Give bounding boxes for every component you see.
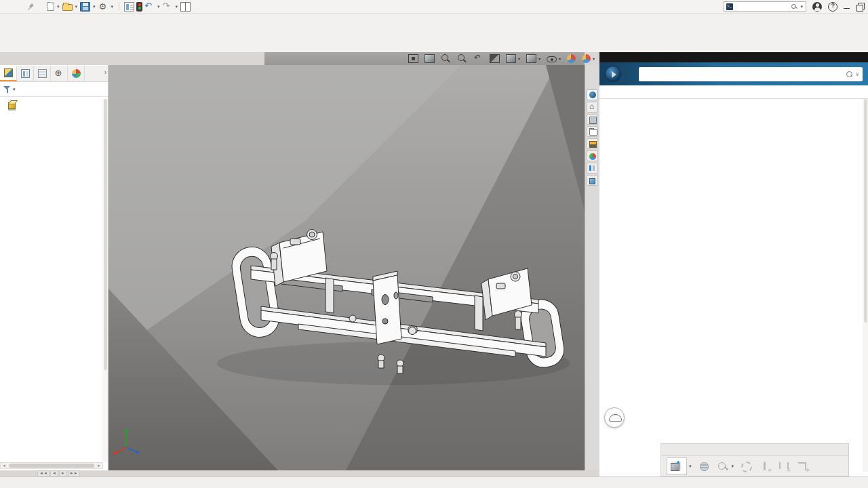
component-table	[599, 99, 863, 472]
previous-view-icon[interactable]	[473, 54, 484, 63]
solidworks-window: ▾ ▾ ▾ ▾ ▾ ▾ ▾	[0, 0, 868, 488]
list-view-icon[interactable]	[587, 163, 598, 174]
lifecycle-actions: ▾ ▾	[660, 455, 849, 476]
quick-access-toolbar: ▾ ▾ ▾ ▾ ▾ ▾	[47, 2, 191, 12]
property-manager-icon	[21, 69, 30, 78]
filter-funnel-icon[interactable]	[3, 85, 11, 93]
options-gear-icon[interactable]	[98, 2, 108, 12]
3d-model-view	[108, 65, 585, 470]
feature-tree-root[interactable]	[0, 99, 102, 109]
prev-tab-icon[interactable]: ◄	[50, 470, 58, 476]
redo-icon[interactable]	[163, 2, 173, 12]
edit-appearance-icon[interactable]	[567, 54, 576, 63]
scroll-left-icon[interactable]: ◄	[1, 464, 7, 468]
command-manager-ribbon	[0, 14, 868, 52]
assistant-helmet-button[interactable]	[604, 407, 625, 428]
view-orientation-icon[interactable]	[506, 54, 516, 63]
status-bar	[0, 476, 868, 488]
3dexperience-side-toolbar	[585, 65, 599, 470]
workbench-icon[interactable]	[587, 138, 598, 149]
appearances-icon	[72, 69, 81, 78]
open-icon[interactable]	[62, 4, 73, 11]
panel-search-input[interactable]: ∨	[639, 67, 863, 81]
dimxpert-icon	[55, 69, 64, 78]
tree-filter-bar: ▾	[0, 82, 108, 97]
first-tab-icon[interactable]: ◄◄	[37, 470, 50, 476]
refresh-icon[interactable]	[741, 461, 753, 472]
document-view-tabs: ◄◄ ◄ ► ►►	[0, 470, 599, 476]
save-with-options-icon[interactable]	[667, 458, 687, 475]
3dexperience-panel-header	[599, 52, 868, 62]
share-component-icon[interactable]	[587, 175, 598, 186]
display-style-icon[interactable]	[526, 54, 536, 63]
panel-search-chevron-icon[interactable]: ∨	[855, 71, 859, 77]
add-revision-icon[interactable]	[760, 461, 772, 472]
scroll-right-icon[interactable]: ►	[96, 464, 102, 468]
rebuild-traffic-light-icon[interactable]	[136, 2, 142, 12]
hide-show-items-icon[interactable]	[547, 56, 557, 62]
mysession-bar: ∨	[599, 62, 868, 85]
heads-up-view-toolbar: ▾ ▾ ▾ ▾ ▾	[264, 52, 585, 65]
folder-icon[interactable]	[587, 126, 598, 137]
tab-appearances[interactable]	[68, 66, 85, 81]
zoom-window-icon[interactable]	[457, 54, 467, 63]
tab-property-manager[interactable]	[17, 66, 34, 81]
lifecycle-tabs	[660, 443, 849, 455]
split-window-icon[interactable]	[180, 2, 191, 12]
file-properties-icon[interactable]	[124, 2, 134, 12]
configurations-icon	[38, 69, 47, 78]
new-document-icon[interactable]	[47, 2, 54, 11]
scrollbar-thumb[interactable]	[9, 464, 94, 468]
next-tab-icon[interactable]: ►	[59, 470, 67, 476]
titlebar-right: ▾	[724, 1, 864, 12]
new-branch-icon[interactable]	[778, 461, 791, 472]
home-icon[interactable]	[587, 102, 598, 113]
tab-dimxpert[interactable]	[51, 66, 68, 81]
orientation-triad	[111, 426, 142, 455]
3dexperience-panel: ∨ ▾ ▾	[599, 62, 868, 476]
tree-horizontal-scrollbar[interactable]: ◄ ►	[0, 462, 103, 469]
help-icon[interactable]	[828, 2, 837, 12]
panel-search-icon[interactable]	[846, 71, 852, 77]
magnifier-icon[interactable]	[441, 54, 451, 63]
lifecycle-toolbar: ▾ ▾	[660, 443, 849, 476]
tree-vertical-scrollbar[interactable]	[102, 99, 108, 462]
tab-navigation-buttons: ◄◄ ◄ ► ►►	[37, 470, 80, 476]
graphics-viewport[interactable]	[108, 65, 585, 470]
last-tab-icon[interactable]: ►►	[68, 470, 80, 476]
explore-icon[interactable]	[717, 461, 730, 472]
zoom-to-fit-icon[interactable]	[408, 54, 418, 63]
assembly-tree-icon	[4, 68, 13, 77]
section-view-icon[interactable]	[490, 54, 500, 63]
3dexperience-compass-icon[interactable]	[605, 66, 621, 82]
zoom-to-area-icon[interactable]	[425, 54, 435, 63]
save-icon[interactable]	[80, 2, 90, 12]
title-bar: ▾ ▾ ▾ ▾ ▾ ▾ ▾	[0, 0, 868, 14]
pin-icon[interactable]	[25, 1, 37, 12]
search-commands-input[interactable]: ▾	[724, 1, 806, 12]
compass-icon[interactable]	[587, 89, 598, 100]
apply-scene-icon[interactable]	[582, 54, 591, 63]
tab-configurations[interactable]	[34, 66, 51, 81]
command-icon	[726, 3, 733, 10]
drawers-icon[interactable]	[587, 114, 598, 125]
filter-chevron-icon[interactable]: ▾	[13, 87, 16, 92]
user-account-icon[interactable]	[812, 2, 822, 12]
feature-tree	[0, 99, 102, 462]
update-icon[interactable]	[698, 461, 711, 472]
browser-sphere-icon[interactable]	[587, 150, 598, 161]
feature-manager-panel: › ▾ ◄ ►	[0, 65, 108, 470]
component-table-header	[599, 85, 868, 99]
flyout-expand-icon[interactable]: ›	[104, 68, 106, 76]
new-branch-from-icon[interactable]	[797, 461, 810, 472]
panel-vertical-scrollbar[interactable]	[863, 99, 868, 472]
feature-manager-tabs: ›	[0, 66, 108, 82]
assembly-icon	[8, 100, 17, 108]
undo-icon[interactable]	[144, 2, 155, 12]
minimize-button[interactable]	[844, 3, 850, 10]
search-icon[interactable]	[791, 4, 797, 9]
tab-feature-tree[interactable]	[0, 66, 17, 81]
restore-button[interactable]	[856, 3, 864, 10]
